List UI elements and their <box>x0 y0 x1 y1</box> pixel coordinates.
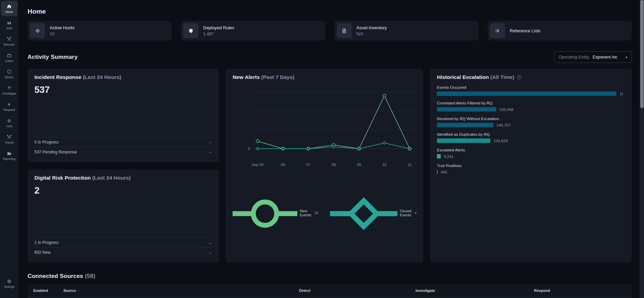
detect-icon <box>6 69 12 74</box>
legend-label: New Events <box>300 209 311 217</box>
discover-icon <box>6 36 12 42</box>
historical-metric-value: 9,241 <box>444 154 454 159</box>
legend-circle-marker-icon <box>233 169 297 257</box>
transit-icon <box>6 134 12 140</box>
historical-metric-bar-row: 9,241 <box>437 154 625 159</box>
legend-total: 34 <box>314 211 318 215</box>
stat-card-value: 1,487 <box>203 32 234 36</box>
historical-metric-value: 134,629 <box>493 139 508 143</box>
sidebar-item-label: Cases <box>5 59 13 63</box>
sort-arrow-up-icon: ↑ <box>78 288 80 293</box>
metric-link-row[interactable]: 537 Pending Response→ <box>34 147 212 157</box>
historical-metric-bar-row: 155,948 <box>437 107 625 112</box>
historical-metric-label: True Positives <box>437 164 625 168</box>
stat-card-deployed-rules[interactable]: Deployed Rules1,487 <box>181 21 325 40</box>
historical-metric-identified-as-duplicates-by-rq: Identified as Duplicates by RQ134,629 <box>437 132 625 143</box>
incident-response-rows: 0 In Progress→537 Pending Response→ <box>34 137 212 157</box>
legend-item-closed-events: Closed Events4 <box>330 169 417 257</box>
historical-metric-value: 146,707 <box>497 123 511 127</box>
sidebar-item-label: Transit <box>5 141 14 144</box>
deployed-rules-icon <box>183 23 198 38</box>
historical-metric-bar-row: 134,629 <box>437 138 625 143</box>
svg-text:09: 09 <box>357 163 361 167</box>
metric-link-row[interactable]: 1 In Progress→ <box>34 237 212 247</box>
historical-metric-bar-row: 146,707 <box>437 123 625 127</box>
scrollbar-thumb[interactable] <box>640 0 644 108</box>
historical-metric-bar <box>437 138 490 143</box>
historical-metric-resolved-by-rq-without-escalation: Resolved by RQ Without Escalation146,707 <box>437 117 625 127</box>
stat-card-asset-inventory[interactable]: Asset InventoryN/A <box>334 21 478 40</box>
chart-legend: New Events34Closed Events4 <box>233 169 417 257</box>
sidebar-item-investigate[interactable]: Investigate <box>0 82 18 98</box>
sidebar-item-reporting[interactable]: Reporting <box>0 148 18 163</box>
sidebar-item-respond[interactable]: Respond <box>0 99 18 114</box>
sidebar-item-cases[interactable]: Cases <box>0 50 18 65</box>
connected-sources-table: EnabledSource↑DetectInvestigateRespondAc… <box>28 284 632 298</box>
stat-card-reference-lists[interactable]: Reference Lists <box>488 21 632 40</box>
stat-card-label: Active Hunts <box>50 25 75 30</box>
column-header-investigate: Investigate <box>415 288 534 293</box>
stat-card-active-hunts[interactable]: Active Hunts10 <box>28 21 172 40</box>
metric-link-row[interactable]: 0 In Progress→ <box>34 137 212 147</box>
sidebar-item-label: Settings <box>4 285 15 288</box>
metric-link-label: 0 In Progress <box>34 140 59 145</box>
incident-response-title: Incident Response (Last 24 Hours) <box>34 74 212 80</box>
settings-icon: ⚙ <box>6 279 12 284</box>
stat-card-value: 10 <box>50 32 75 36</box>
sidebar-item-detect[interactable]: Detect <box>0 66 18 82</box>
respond-icon <box>6 102 12 107</box>
column-header-enabled: Enabled <box>33 288 63 293</box>
stat-card-text: Reference Lists <box>510 28 540 33</box>
table-header-row: EnabledSource↑DetectInvestigateRespond <box>28 284 632 297</box>
stat-card-value: N/A <box>357 32 387 36</box>
sidebar-item-label: Detect <box>5 76 14 79</box>
help-icon[interactable]: ? <box>517 75 521 80</box>
svg-text:08: 08 <box>332 163 336 167</box>
legend-total: 4 <box>414 211 417 215</box>
new-alerts-chart: 0Sep 05060708091011 <box>233 82 417 168</box>
historical-metric-label: Events Occurred <box>437 85 625 89</box>
sidebar-item-label: Investigate <box>2 92 16 95</box>
stat-card-label: Deployed Rules <box>203 25 234 30</box>
historical-metric-correlated-alerts-filtered-by-rq: Correlated Alerts Filtered by RQ155,948 <box>437 101 625 112</box>
historical-metric-bar <box>437 170 438 174</box>
arrow-right-icon: → <box>208 149 212 154</box>
activity-summary-heading: Activity Summary <box>28 54 78 61</box>
svg-text:11: 11 <box>408 163 411 167</box>
digital-risk-total: 2 <box>34 185 212 196</box>
sidebar-item-label: Home <box>5 10 13 14</box>
historical-metric-bar-row: 442 <box>437 170 625 174</box>
historical-metric-bar-row: 1t <box>437 92 625 96</box>
arrow-right-icon: → <box>208 139 212 145</box>
historical-metric-value: 442 <box>441 170 447 174</box>
sidebar-item-transit[interactable]: Transit <box>0 131 18 147</box>
legend-label: Closed Events <box>400 209 411 217</box>
connected-sources-count: (58) <box>85 273 95 279</box>
sidebar-item-label: Respond <box>3 108 15 112</box>
sidebar-item-label: Hunt <box>6 125 12 128</box>
connected-sources-heading: Connected Sources (58) <box>28 273 632 280</box>
investigate-icon <box>6 85 12 91</box>
sidebar-item-settings[interactable]: ⚙Settings <box>0 276 18 291</box>
cases-icon <box>6 53 12 58</box>
historical-metric-bar <box>437 123 493 127</box>
sidebar-item-hunt[interactable]: Hunt <box>0 115 18 131</box>
page-scrollbar[interactable] <box>640 0 644 298</box>
metric-link-row[interactable]: 602 New→ <box>34 247 212 257</box>
historical-metric-bar <box>437 92 616 96</box>
digital-risk-title: Digital Risk Protection (Last 24 Hours) <box>34 175 212 181</box>
svg-text:Sep 05: Sep 05 <box>252 163 264 167</box>
sidebar-item-home[interactable]: Home <box>1 1 17 16</box>
historical-escalation-title: Historical Escalation (All Time) <box>437 74 514 80</box>
sidebar-item-discover[interactable]: Discover <box>0 33 18 49</box>
column-header-detect: Detect <box>299 288 415 293</box>
column-header-respond: Respond <box>534 288 632 293</box>
sidebar-item-intel[interactable]: Intel <box>0 17 18 33</box>
historical-metric-label: Resolved by RQ Without Escalation <box>437 117 625 121</box>
stat-card-text: Deployed Rules1,487 <box>203 25 234 36</box>
incident-response-card: Incident Response (Last 24 Hours) 537 0 … <box>28 69 219 162</box>
operating-entity-select[interactable]: Operating Entity: Exponent Inc ▾ <box>554 51 632 63</box>
operating-entity-value: Exponent Inc <box>593 55 617 60</box>
historical-metric-label: Identified as Duplicates by RQ <box>437 132 625 136</box>
column-header-source[interactable]: Source↑ <box>63 288 299 293</box>
